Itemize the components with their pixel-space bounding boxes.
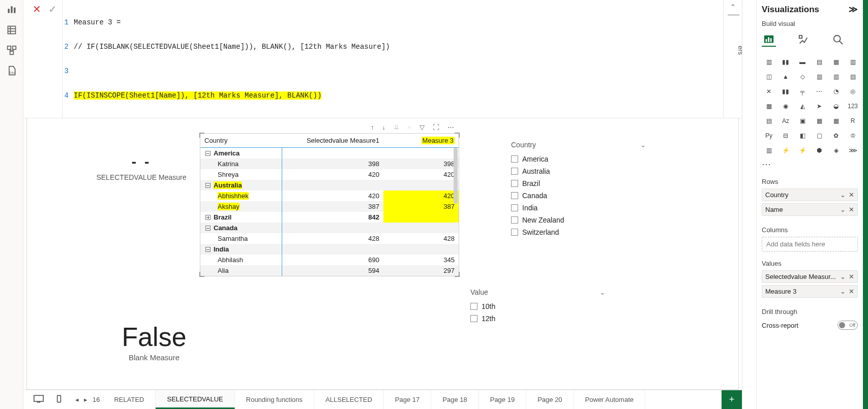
data-view-icon[interactable]	[5, 24, 19, 36]
matrix-scrollbar[interactable]	[454, 148, 458, 204]
slicer-item[interactable]: New Zealand	[510, 214, 647, 226]
viz-gallery-item[interactable]: Az	[779, 115, 793, 127]
viz-gallery-item[interactable]: ◈	[829, 144, 843, 156]
chevron-down-icon[interactable]: ⌄	[640, 141, 646, 149]
slicer-item[interactable]: Brazil	[510, 177, 647, 190]
matrix-row[interactable]: Shreya420420	[200, 169, 459, 180]
collapse-icon[interactable]	[205, 247, 211, 252]
formula-commit-button[interactable]: ✓	[48, 4, 57, 14]
slicer-item[interactable]: Canada	[510, 190, 647, 202]
viz-gallery-item[interactable]: ✕	[762, 85, 776, 98]
page-tab[interactable]: Rounding functions	[235, 390, 314, 409]
viz-gallery-item[interactable]: ▮▮	[779, 85, 793, 98]
viz-gallery-item[interactable]: ▤	[812, 56, 826, 68]
rows-pill[interactable]: Country⌄✕	[762, 188, 858, 201]
collapse-icon[interactable]	[205, 151, 211, 156]
matrix-row[interactable]: Canada	[200, 223, 459, 233]
tab-scroll-right-icon[interactable]: ▸	[84, 396, 87, 403]
slicer-item[interactable]: 12th	[469, 312, 607, 325]
page-tab[interactable]: SELECTEDVALUE	[156, 390, 234, 409]
viz-gallery-item[interactable]: ▦	[762, 100, 776, 112]
collapse-icon[interactable]	[205, 183, 211, 188]
viz-gallery-item[interactable]: ▤	[846, 71, 860, 83]
viz-gallery-item[interactable]: R	[846, 115, 860, 127]
page-tab[interactable]: Power Automate	[574, 390, 645, 409]
chevron-down-icon[interactable]: ⌄	[840, 191, 846, 199]
remove-field-icon[interactable]: ✕	[849, 273, 854, 280]
desktop-layout-icon[interactable]	[34, 395, 44, 404]
slicer-item[interactable]: America	[510, 153, 647, 165]
build-visual-tab[interactable]	[762, 33, 776, 47]
collapsed-filters-pane[interactable]: ers	[742, 0, 756, 409]
page-tab[interactable]: Page 18	[431, 390, 478, 409]
cross-report-toggle[interactable]: Off	[837, 321, 858, 330]
viz-gallery-item[interactable]: ▥	[762, 56, 776, 68]
viz-gallery-item[interactable]: ▤	[762, 115, 776, 127]
viz-gallery-item[interactable]: ▦	[829, 115, 843, 127]
report-canvas[interactable]: - - SELECTEDVALUE Measure False Blank Me…	[26, 118, 739, 390]
slicer-country[interactable]: Country ⌄ AmericaAustraliaBrazilCanadaIn…	[510, 139, 647, 238]
add-page-button[interactable]: +	[722, 390, 742, 409]
slicer-item[interactable]: Switzerland	[510, 226, 647, 238]
page-tab[interactable]: Page 20	[526, 390, 574, 409]
slicer-value[interactable]: Value ⌄ 10th12th	[469, 286, 607, 325]
viz-gallery-item[interactable]: ⋙	[846, 144, 860, 156]
viz-gallery-item[interactable]: ╤	[795, 85, 810, 98]
columns-drop-area[interactable]: Add data fields here	[762, 237, 858, 251]
expand-all-icon[interactable]: ⑃	[407, 123, 411, 131]
viz-gallery-item[interactable]: ◔	[829, 85, 843, 98]
page-tab[interactable]: ALLSELECTED	[314, 390, 384, 409]
chevron-down-icon[interactable]: ⌄	[840, 273, 846, 280]
viz-gallery-item[interactable]: ▦	[829, 56, 843, 68]
viz-gallery-more-icon[interactable]: ⋯	[762, 159, 858, 170]
values-pill[interactable]: Selectedvalue Measur...⌄✕	[762, 270, 858, 283]
checkbox-icon[interactable]	[511, 155, 518, 163]
checkbox-icon[interactable]	[511, 180, 518, 187]
slicer-item[interactable]: Australia	[510, 165, 647, 177]
viz-gallery-item[interactable]: ⋯	[812, 85, 826, 98]
checkbox-icon[interactable]	[511, 204, 518, 211]
matrix-col-measure1[interactable]: Selectedvalue Measure1	[282, 134, 383, 148]
slicer-item[interactable]: 10th	[469, 300, 607, 312]
remove-field-icon[interactable]: ✕	[849, 288, 854, 295]
checkbox-icon[interactable]	[511, 216, 518, 224]
matrix-col-country[interactable]: Country	[200, 134, 282, 148]
viz-gallery-item[interactable]: ⚡	[795, 144, 810, 156]
checkbox-icon[interactable]	[511, 229, 518, 236]
values-pill[interactable]: Measure 3⌄✕	[762, 285, 858, 298]
expand-pane-icon[interactable]: ≫	[849, 4, 858, 15]
format-visual-tab[interactable]	[796, 33, 811, 47]
formula-collapse-up-icon[interactable]: ⌃	[730, 3, 736, 11]
matrix-row[interactable]: Katrina398398	[200, 159, 459, 169]
viz-gallery-item[interactable]: ♔	[846, 130, 860, 142]
viz-gallery-item[interactable]: ▦	[812, 115, 826, 127]
checkbox-icon[interactable]	[470, 303, 477, 310]
card-visual-selectedvalue[interactable]: - - SELECTEDVALUE Measure	[78, 154, 205, 181]
page-tab[interactable]: RELATED	[103, 390, 156, 409]
viz-gallery-item[interactable]: ▥	[762, 144, 776, 156]
matrix-col-measure3[interactable]: Measure 3	[383, 134, 459, 148]
matrix-row[interactable]: Alia594297	[200, 265, 459, 276]
formula-cancel-button[interactable]: ✕	[33, 4, 41, 14]
matrix-row[interactable]: Australia	[200, 180, 459, 191]
viz-gallery-item[interactable]: ⬢	[812, 144, 826, 156]
viz-gallery-item[interactable]: ◧	[795, 130, 810, 142]
checkbox-icon[interactable]	[511, 168, 518, 175]
chevron-down-icon[interactable]: ⌄	[840, 288, 846, 295]
slicer-item[interactable]: India	[510, 202, 647, 214]
viz-gallery-item[interactable]: ◫	[762, 71, 776, 83]
matrix-row[interactable]: Akshay387387	[200, 201, 459, 212]
viz-gallery-item[interactable]: ▥	[829, 71, 843, 83]
card-visual-blank[interactable]: False Blank Measure	[88, 322, 220, 362]
chevron-down-icon[interactable]: ⌄	[840, 206, 846, 213]
viz-gallery-item[interactable]: ▥	[846, 56, 860, 68]
remove-field-icon[interactable]: ✕	[849, 191, 854, 199]
viz-gallery-item[interactable]: ◉	[779, 100, 793, 112]
viz-gallery-item[interactable]: ▣	[795, 115, 810, 127]
viz-gallery-item[interactable]: ▢	[812, 130, 826, 142]
expand-icon[interactable]	[205, 215, 211, 220]
matrix-row[interactable]: Brazil842	[200, 212, 459, 223]
fields-pane-collapsed-edge[interactable]	[863, 0, 868, 409]
viz-gallery-item[interactable]: ▮▮	[779, 56, 793, 68]
viz-gallery-item[interactable]: ⊟	[779, 130, 793, 142]
